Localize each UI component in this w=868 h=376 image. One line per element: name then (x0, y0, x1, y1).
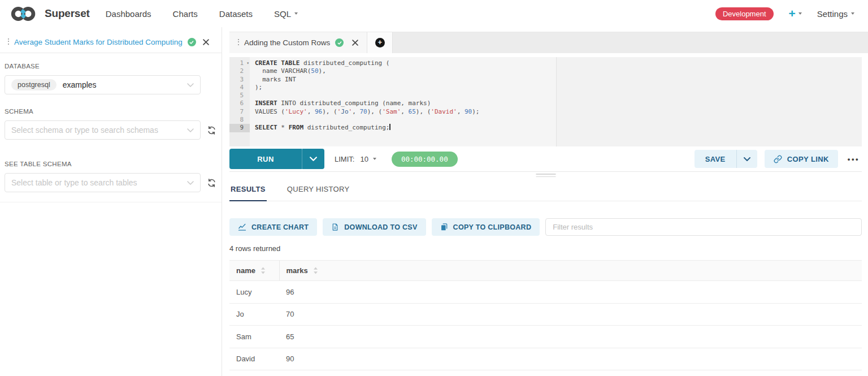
navbar: Superset Dashboards Charts Datasets SQL … (0, 0, 868, 27)
drag-handle-icon[interactable] (8, 38, 9, 46)
cell-name: Sam (229, 326, 279, 348)
gutter-line-number: 5 (229, 92, 250, 100)
run-button-label[interactable]: RUN (229, 149, 302, 169)
new-item-menu[interactable]: + (789, 8, 802, 19)
schema-label: SCHEMA (5, 108, 217, 115)
drag-handle-icon[interactable] (238, 39, 239, 46)
link-icon (774, 155, 782, 163)
save-options-caret[interactable] (736, 150, 757, 168)
filter-results-input[interactable] (545, 218, 862, 236)
sort-icon[interactable] (261, 267, 266, 274)
query-tab-active[interactable]: Adding the Custom Rows (229, 32, 367, 53)
editor-code-area[interactable]: CREATE TABLE distributed_computing ( nam… (250, 57, 862, 146)
limit-dropdown[interactable]: LIMIT: 10 (335, 155, 376, 163)
query-tab-left[interactable]: Average Student Marks for Distributed Co… (0, 32, 222, 53)
editor-toolbar-right: SAVE COPY LINK ••• (695, 150, 862, 168)
code-line[interactable] (255, 92, 862, 100)
query-timer: 00:00:00.00 (392, 152, 458, 167)
gutter-line-number: 6 (229, 100, 250, 107)
settings-menu[interactable]: Settings (817, 9, 854, 19)
cell-name: David (229, 348, 279, 370)
cell-marks: 90 (279, 348, 862, 370)
chevron-down-icon (187, 83, 194, 87)
resize-handle[interactable] (536, 174, 555, 177)
close-tab-icon[interactable] (352, 40, 358, 46)
code-fold-icon[interactable]: ▾ (246, 59, 249, 67)
left-panel-body: DATABASE postgresql examples SCHEMA Sele… (0, 53, 222, 202)
gutter-line-number: 1▾ (229, 59, 250, 67)
copy-link-button[interactable]: COPY LINK (765, 150, 838, 168)
limit-value: 10 (360, 155, 368, 163)
tab-results[interactable]: RESULTS (229, 180, 267, 201)
environment-badge: Development (715, 7, 774, 20)
query-tab-title[interactable]: Average Student Marks for Distributed Co… (14, 38, 183, 46)
success-check-icon (188, 38, 196, 46)
code-line[interactable]: marks INT (255, 76, 862, 84)
column-header-marks[interactable]: marks (279, 261, 862, 281)
download-csv-button[interactable]: DOWNLOAD TO CSV (323, 218, 426, 236)
code-line[interactable]: SELECT * FROM distributed_computing; (255, 124, 862, 132)
brand-name: Superset (45, 7, 90, 20)
text-cursor (389, 124, 390, 130)
code-line[interactable]: ); (255, 84, 862, 92)
sql-editor[interactable]: 1▾23456789 CREATE TABLE distributed_comp… (229, 57, 862, 146)
schema-select[interactable]: Select schema or type to search schemas (5, 120, 201, 140)
copy-icon (440, 223, 448, 231)
pane-divider (229, 171, 862, 177)
editor-toolbar: RUN LIMIT: 10 00:00:00.00 SAVE (229, 149, 862, 169)
nav-sql-label: SQL (274, 9, 291, 19)
cell-marks: 96 (279, 281, 862, 304)
table-row: Lucy96 (229, 281, 862, 304)
code-line[interactable]: CREATE TABLE distributed_computing ( (255, 59, 862, 67)
nav-charts[interactable]: Charts (173, 9, 198, 19)
chevron-down-icon (294, 12, 298, 15)
copy-clipboard-label: COPY TO CLIPBOARD (453, 223, 532, 231)
nav-datasets[interactable]: Datasets (219, 9, 253, 19)
table-select[interactable]: Select table or type to search tables (5, 173, 201, 192)
main-nav: Dashboards Charts Datasets SQL (106, 9, 298, 19)
more-options-button[interactable]: ••• (845, 155, 862, 163)
nav-sql-menu[interactable]: SQL (274, 9, 298, 19)
tab-query-history[interactable]: QUERY HISTORY (286, 180, 351, 201)
navbar-right: Development + Settings (715, 7, 854, 20)
refresh-schemas-icon[interactable] (207, 126, 216, 135)
chart-icon (238, 223, 246, 231)
save-button-label[interactable]: SAVE (695, 150, 736, 168)
chevron-down-icon (373, 158, 376, 160)
database-label: DATABASE (5, 63, 217, 70)
cell-name: Jo (229, 303, 279, 326)
code-line[interactable]: VALUES ('Lucy', 96), ('Jo', 70), ('Sam',… (255, 108, 862, 116)
sort-icon[interactable] (313, 267, 318, 274)
code-line[interactable] (255, 116, 862, 124)
close-tab-icon[interactable] (203, 39, 209, 45)
copy-clipboard-button[interactable]: COPY TO CLIPBOARD (432, 218, 540, 236)
add-tab-button[interactable]: + (367, 32, 393, 53)
gutter-line-number: 9 (229, 124, 250, 132)
row-count-text: 4 rows returned (229, 244, 862, 253)
sql-lab-workspace: Average Student Marks for Distributed Co… (0, 27, 868, 376)
settings-label: Settings (817, 9, 848, 19)
code-line[interactable]: INSERT INTO distributed_computing (name,… (255, 100, 862, 107)
run-options-caret[interactable] (302, 149, 324, 169)
create-chart-label: CREATE CHART (251, 223, 309, 231)
gutter-line-number: 4 (229, 84, 250, 92)
gutter-line-number: 8 (229, 116, 250, 124)
refresh-tables-icon[interactable] (207, 178, 216, 188)
create-chart-button[interactable]: CREATE CHART (229, 218, 317, 236)
run-button[interactable]: RUN (229, 149, 324, 169)
left-panel: Average Student Marks for Distributed Co… (0, 27, 222, 376)
table-row: David90 (229, 348, 862, 370)
code-line[interactable]: name VARCHAR(50), (255, 67, 862, 75)
database-select[interactable]: postgresql examples (5, 75, 201, 94)
superset-logo[interactable]: Superset (9, 6, 90, 22)
superset-infinity-icon (9, 6, 40, 22)
cell-marks: 65 (279, 326, 862, 348)
copy-link-label: COPY LINK (787, 155, 829, 163)
cell-marks: 70 (279, 303, 862, 326)
table-row: Jo70 (229, 303, 862, 326)
database-select-value: examples (63, 80, 97, 89)
table-row: Sam65 (229, 326, 862, 348)
nav-dashboards[interactable]: Dashboards (106, 9, 151, 19)
column-header-name[interactable]: name (229, 261, 279, 281)
save-button[interactable]: SAVE (695, 150, 757, 168)
